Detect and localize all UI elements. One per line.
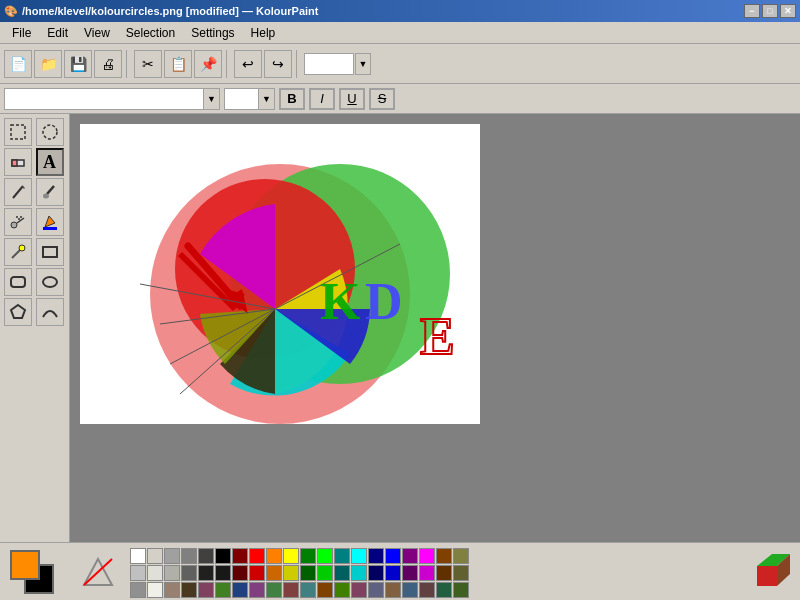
color-cell[interactable] — [164, 582, 180, 598]
color-cell[interactable] — [385, 548, 401, 564]
text-tool[interactable]: A — [36, 148, 64, 176]
color-cell[interactable] — [351, 582, 367, 598]
color-cell[interactable] — [266, 548, 282, 564]
color-cell[interactable] — [164, 548, 180, 564]
color-cell[interactable] — [181, 582, 197, 598]
brush-tool[interactable] — [36, 178, 64, 206]
menu-item-help[interactable]: Help — [243, 24, 284, 42]
color-cell[interactable] — [232, 548, 248, 564]
font-size-dropdown-button[interactable]: ▼ — [259, 88, 275, 110]
maximize-button[interactable]: □ — [762, 4, 778, 18]
open-button[interactable]: 📁 — [34, 50, 62, 78]
font-dropdown-button[interactable]: ▼ — [204, 88, 220, 110]
color-cell[interactable] — [402, 548, 418, 564]
color-cell[interactable] — [436, 548, 452, 564]
fill-tool[interactable] — [36, 208, 64, 236]
color-cell[interactable] — [351, 565, 367, 581]
color-cell[interactable] — [300, 565, 316, 581]
color-cell[interactable] — [147, 582, 163, 598]
eraser-tool[interactable] — [4, 148, 32, 176]
color-cell[interactable] — [351, 548, 367, 564]
color-cell[interactable] — [402, 582, 418, 598]
menu-item-edit[interactable]: Edit — [39, 24, 76, 42]
menu-item-view[interactable]: View — [76, 24, 118, 42]
zoom-input[interactable]: 100% — [304, 53, 354, 75]
color-cell[interactable] — [300, 548, 316, 564]
color-cell[interactable] — [283, 582, 299, 598]
color-cell[interactable] — [147, 565, 163, 581]
color-cell[interactable] — [317, 565, 333, 581]
new-button[interactable]: 📄 — [4, 50, 32, 78]
menu-item-settings[interactable]: Settings — [183, 24, 242, 42]
color-cell[interactable] — [147, 548, 163, 564]
color-cell[interactable] — [334, 548, 350, 564]
color-cell[interactable] — [334, 565, 350, 581]
color-cell[interactable] — [419, 565, 435, 581]
color-cell[interactable] — [453, 548, 469, 564]
color-cell[interactable] — [198, 582, 214, 598]
foreground-color-swatch[interactable] — [10, 550, 40, 580]
color-cell[interactable] — [266, 565, 282, 581]
font-name-input[interactable]: helvetica [Adobe] — [4, 88, 204, 110]
color-cell[interactable] — [283, 565, 299, 581]
color-cell[interactable] — [436, 565, 452, 581]
menu-item-file[interactable]: File — [4, 24, 39, 42]
color-cell[interactable] — [436, 582, 452, 598]
color-cell[interactable] — [198, 565, 214, 581]
select-freehand-tool[interactable] — [36, 118, 64, 146]
color-cell[interactable] — [334, 582, 350, 598]
color-cell[interactable] — [249, 548, 265, 564]
color-cell[interactable] — [215, 565, 231, 581]
rect-tool[interactable] — [36, 238, 64, 266]
italic-button[interactable]: I — [309, 88, 335, 110]
airbrush-tool[interactable] — [4, 208, 32, 236]
curve-tool[interactable] — [36, 298, 64, 326]
paste-button[interactable]: 📌 — [194, 50, 222, 78]
color-cell[interactable] — [130, 548, 146, 564]
color-cell[interactable] — [368, 582, 384, 598]
color-cell[interactable] — [402, 565, 418, 581]
copy-button[interactable]: 📋 — [164, 50, 192, 78]
font-size-input[interactable]: 36 — [224, 88, 259, 110]
strikethrough-button[interactable]: S — [369, 88, 395, 110]
color-cell[interactable] — [249, 582, 265, 598]
color-cell[interactable] — [215, 582, 231, 598]
color-cell[interactable] — [232, 565, 248, 581]
color-cell[interactable] — [385, 582, 401, 598]
color-cell[interactable] — [419, 582, 435, 598]
transparent-icon[interactable] — [82, 557, 114, 589]
color-cell[interactable] — [419, 548, 435, 564]
redo-button[interactable]: ↪ — [264, 50, 292, 78]
minimize-button[interactable]: − — [744, 4, 760, 18]
color-cell[interactable] — [130, 582, 146, 598]
color-cell[interactable] — [249, 565, 265, 581]
color-cell[interactable] — [453, 582, 469, 598]
bold-button[interactable]: B — [279, 88, 305, 110]
color-cell[interactable] — [317, 548, 333, 564]
color-cell[interactable] — [198, 548, 214, 564]
color-cell[interactable] — [368, 565, 384, 581]
menu-item-selection[interactable]: Selection — [118, 24, 183, 42]
canvas-area[interactable]: K D E 3 Finally! A usable — [70, 114, 800, 542]
underline-button[interactable]: U — [339, 88, 365, 110]
color-picker-tool[interactable] — [4, 238, 32, 266]
color-cell[interactable] — [453, 565, 469, 581]
ellipse-tool[interactable] — [36, 268, 64, 296]
color-cell[interactable] — [317, 582, 333, 598]
canvas[interactable]: K D E 3 Finally! A usable — [80, 124, 480, 424]
close-button[interactable]: ✕ — [780, 4, 796, 18]
color-cell[interactable] — [385, 565, 401, 581]
color-cell[interactable] — [181, 565, 197, 581]
zoom-dropdown-button[interactable]: ▼ — [355, 53, 371, 75]
color-cell[interactable] — [266, 582, 282, 598]
save-button[interactable]: 💾 — [64, 50, 92, 78]
color-cell[interactable] — [300, 582, 316, 598]
color-cell[interactable] — [130, 565, 146, 581]
color-cell[interactable] — [181, 548, 197, 564]
color-cell[interactable] — [164, 565, 180, 581]
color-cell[interactable] — [215, 548, 231, 564]
undo-button[interactable]: ↩ — [234, 50, 262, 78]
cut-button[interactable]: ✂ — [134, 50, 162, 78]
rounded-rect-tool[interactable] — [4, 268, 32, 296]
polygon-tool[interactable] — [4, 298, 32, 326]
